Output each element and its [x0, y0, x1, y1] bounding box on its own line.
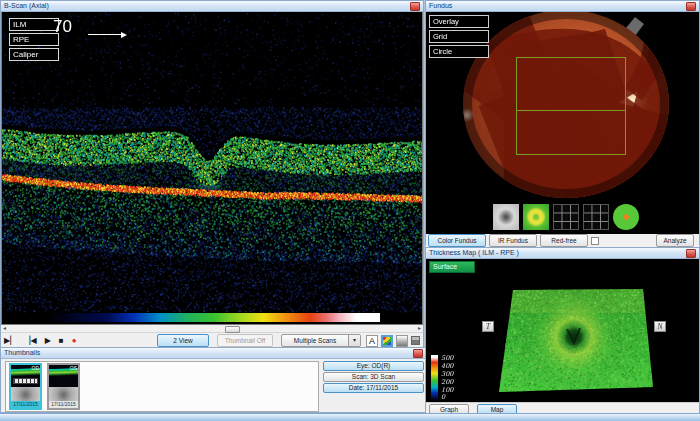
thumbnail-date: 17/11/2015: [11, 401, 40, 408]
multiple-scans-label: Multiple Scans: [282, 335, 348, 346]
stop-icon[interactable]: ■: [59, 334, 64, 348]
scan-area-midline: [517, 110, 625, 111]
thumbnail-list: OD 17/11/2015 OS 17/11/2015: [5, 361, 319, 412]
date-info-button[interactable]: Date: 17/11/2015: [323, 383, 424, 393]
close-icon[interactable]: [686, 249, 696, 258]
thumbnail-fundus-preview: [49, 387, 78, 401]
caliper-button[interactable]: Caliper: [9, 48, 59, 61]
scan-info-column: Eye: OD(R) Scan: 3D Scan Date: 17/11/201…: [323, 361, 424, 394]
overlay-button[interactable]: Overlay: [429, 15, 489, 28]
thumbnail-off-button[interactable]: Thumbnail Off: [217, 334, 273, 347]
thumbnail-eye-label: OS: [70, 365, 77, 371]
scale-tick: 0: [441, 394, 453, 401]
skip-end-icon[interactable]: ▶▏: [4, 334, 16, 348]
red-free-button[interactable]: Red-free: [540, 234, 588, 247]
ir-fundus-button[interactable]: IR Fundus: [489, 234, 537, 247]
two-view-button[interactable]: 2 View: [157, 334, 209, 347]
thumbnail-od[interactable]: OD 17/11/2015: [9, 363, 42, 410]
layer-button-column: ILM RPE Caliper: [9, 18, 59, 63]
grid-thumbnail-1[interactable]: [553, 204, 579, 230]
rpe-button[interactable]: RPE: [9, 33, 59, 46]
thumbnails-panel: Thumbnails OD 17/11/2015 OS 17/11/2015: [0, 347, 427, 413]
grayscale-fundus-thumbnail[interactable]: [493, 204, 519, 230]
scan-area-rectangle[interactable]: [516, 57, 626, 155]
close-icon[interactable]: [686, 2, 696, 11]
window-bottom-edge: [0, 413, 700, 421]
bscan-image[interactable]: ILM RPE Caliper 70: [1, 12, 423, 325]
overlay-button-column: Overlay Grid Circle: [429, 15, 489, 60]
thumbnails-titlebar: Thumbnails: [1, 348, 426, 359]
fundus-image[interactable]: Overlay Grid Circle: [426, 12, 699, 234]
scale-tick: 300: [441, 371, 453, 378]
thumbnail-date: 17/11/2015: [49, 401, 78, 408]
color-palette-icon[interactable]: [381, 335, 393, 347]
fundus-source-row: Color Fundus IR Fundus Red-free Analyze: [426, 234, 699, 247]
record-icon[interactable]: ●: [72, 334, 77, 348]
circle-button[interactable]: Circle: [429, 45, 489, 58]
scale-tick: 100: [441, 387, 453, 394]
thumbnail-caliper-strip: [13, 378, 38, 384]
grid-thumbnail-2[interactable]: [583, 204, 609, 230]
etdrs-circle-thumbnail[interactable]: [613, 204, 639, 230]
scale-tick: 200: [441, 379, 453, 386]
scrollbar-handle[interactable]: [225, 326, 240, 333]
source-checkbox[interactable]: [591, 237, 599, 245]
annotation-text-icon[interactable]: A: [366, 335, 378, 347]
thumbnails-title: Thumbnails: [4, 348, 40, 358]
scroll-right-icon[interactable]: ▸: [418, 324, 421, 331]
frame-number: 70: [53, 17, 72, 37]
fundus-thumbnail-strip: [493, 204, 639, 230]
fundus-titlebar: Fundus: [426, 1, 699, 12]
layout-icon[interactable]: [411, 336, 420, 345]
thickness-map-view[interactable]: Surface T N 500 400 300 200 100 0: [426, 259, 699, 402]
scale-tick: 500: [441, 355, 453, 362]
ilm-button[interactable]: ILM: [9, 18, 59, 31]
bscan-panel: B-Scan (Axial) ILM RPE Caliper 70 ◂ ▸ ▶▏…: [0, 0, 424, 347]
grid-button[interactable]: Grid: [429, 30, 489, 43]
bscan-toolbar: ▶▏ ▕◀ ▶ ■ ● 2 View Thumbnail Off Multipl…: [1, 333, 423, 348]
fundus-panel: Fundus Overlay Grid Circle Color Fundus …: [425, 0, 700, 245]
thickness-map-thumbnail[interactable]: [523, 204, 549, 230]
nasal-label: N: [654, 321, 666, 332]
thumbnails-body: OD 17/11/2015 OS 17/11/2015 Eye: OD(R) S…: [1, 359, 426, 415]
bscan-scrollbar[interactable]: ◂ ▸: [1, 325, 423, 333]
close-icon[interactable]: [410, 2, 420, 11]
close-icon[interactable]: [413, 349, 423, 358]
analyze-button[interactable]: Analyze: [656, 234, 694, 247]
play-icon[interactable]: ▶: [45, 334, 51, 348]
color-scale-labels: 500 400 300 200 100 0: [441, 355, 453, 401]
scan-info-button[interactable]: Scan: 3D Scan: [323, 372, 424, 382]
thumbnail-oct-preview: OD: [11, 365, 40, 387]
thickness-color-scale: 500 400 300 200 100 0: [431, 355, 453, 401]
thumbnail-fundus-preview: [11, 387, 40, 401]
scan-direction-arrow-icon: [88, 34, 122, 35]
grayscale-icon[interactable]: [396, 335, 408, 347]
chevron-down-icon[interactable]: ▾: [348, 335, 360, 346]
bscan-titlebar: B-Scan (Axial): [1, 1, 423, 12]
color-fundus-button[interactable]: Color Fundus: [428, 234, 486, 247]
eye-info-button[interactable]: Eye: OD(R): [323, 361, 424, 371]
thickness-map-panel: Thickness Map ( ILM - RPE ) Surface T N …: [425, 247, 700, 413]
multiple-scans-dropdown[interactable]: Multiple Scans ▾: [281, 334, 361, 347]
temporal-label: T: [482, 321, 494, 332]
color-scale-bar: [431, 355, 438, 401]
thickness-title: Thickness Map ( ILM - RPE ): [429, 248, 519, 258]
fundus-title: Fundus: [429, 1, 452, 11]
scroll-left-icon[interactable]: ◂: [3, 324, 6, 331]
scale-tick: 400: [441, 363, 453, 370]
bscan-title: B-Scan (Axial): [4, 1, 49, 11]
thumbnail-eye-label: OD: [32, 365, 40, 371]
thumbnail-os[interactable]: OS 17/11/2015: [47, 363, 80, 410]
skip-start-icon[interactable]: ▕◀: [24, 334, 36, 348]
surface-button[interactable]: Surface: [429, 261, 475, 273]
thickness-titlebar: Thickness Map ( ILM - RPE ): [426, 248, 699, 259]
thumbnail-oct-preview: OS: [49, 365, 78, 387]
bscan-image-canvas[interactable]: [2, 12, 423, 323]
